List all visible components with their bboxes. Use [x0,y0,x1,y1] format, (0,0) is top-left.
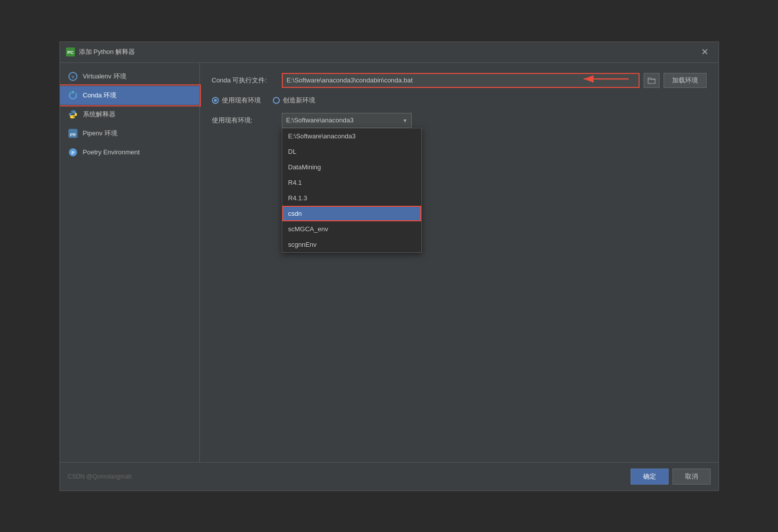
conda-exec-input-group: 加载环境 [282,73,707,88]
sidebar-item-system[interactable]: 系统解释器 [60,105,199,124]
dialog-body: V Virtualenv 环境 Conda 环境 [60,63,719,462]
dropdown-option-r41[interactable]: R4.1 [282,175,421,190]
dropdown-option-scgnn[interactable]: scgnnEnv [282,237,421,252]
radio-create-new-circle [273,97,280,104]
dropdown-option-anaconda3[interactable]: E:\Software\anaconda3 [282,128,421,144]
sidebar-item-conda-label: Conda 环境 [83,91,117,100]
load-env-button[interactable]: 加载环境 [664,73,707,88]
use-existing-row: 使用现有环境: E:\Software\anaconda3 ▼ E:\Softw… [212,113,707,128]
pipenv-icon: pip [68,128,78,138]
radio-create-new[interactable]: 创造新环境 [273,96,315,105]
red-arrow-annotation [574,72,634,86]
svg-text:P: P [71,150,74,155]
sidebar-item-pipenv[interactable]: pip Pipenv 环境 [60,124,199,143]
virtualenv-icon: V [68,71,78,81]
svg-text:pip: pip [70,132,76,136]
sidebar-item-poetry[interactable]: P Poetry Environment [60,143,199,162]
dropdown-option-scmgca[interactable]: scMGCA_env [282,221,421,237]
titlebar: PC 添加 Python 解释器 ✕ [60,42,719,63]
sidebar-item-conda[interactable]: Conda 环境 [60,86,199,105]
sidebar-item-pipenv-label: Pipenv 环境 [83,129,117,138]
app-icon: PC [66,47,75,56]
sidebar-item-poetry-label: Poetry Environment [83,148,140,156]
radio-use-existing[interactable]: 使用现有环境 [212,96,261,105]
use-existing-label: 使用现有环境: [212,116,277,125]
titlebar-left: PC 添加 Python 解释器 [66,47,135,56]
dropdown-popup: E:\Software\anaconda3 DL DataMining R4.1 [282,128,422,253]
environment-dropdown-container: E:\Software\anaconda3 ▼ E:\Software\anac… [282,113,412,128]
dropdown-option-csdn[interactable]: csdn [282,206,421,221]
watermark: CSDN @Qomolangmah [68,473,132,480]
radio-row: 使用现有环境 创造新环境 [212,96,707,105]
conda-exec-label: Conda 可执行文件: [212,76,277,85]
dropdown-option-datamining[interactable]: DataMining [282,159,421,175]
environment-dropdown[interactable]: E:\Software\anaconda3 [282,113,412,128]
radio-use-existing-label: 使用现有环境 [222,96,261,105]
sidebar-item-virtualenv-label: Virtualenv 环境 [83,72,126,81]
main-content: Conda 可执行文件: 加载环境 [200,63,719,462]
poetry-icon: P [68,147,78,157]
radio-create-new-label: 创造新环境 [283,96,315,105]
footer-buttons: 确定 取消 [631,469,711,485]
radio-use-existing-circle [212,97,219,104]
dropdown-option-dl[interactable]: DL [282,144,421,159]
sidebar-item-virtualenv[interactable]: V Virtualenv 环境 [60,67,199,86]
sidebar: V Virtualenv 环境 Conda 环境 [60,63,200,462]
confirm-button[interactable]: 确定 [631,469,669,485]
folder-browse-button[interactable] [644,73,660,88]
close-button[interactable]: ✕ [697,45,713,58]
svg-point-5 [71,91,74,93]
add-interpreter-dialog: PC 添加 Python 解释器 ✕ V Virtualenv 环境 [59,41,719,491]
dialog-title: 添加 Python 解释器 [79,47,135,56]
cancel-button[interactable]: 取消 [673,469,711,485]
sidebar-item-system-label: 系统解释器 [83,110,115,119]
dropdown-option-r413[interactable]: R4.1.3 [282,190,421,206]
conda-icon [68,90,78,100]
svg-text:V: V [71,74,74,79]
python-icon [68,109,78,119]
conda-exec-row: Conda 可执行文件: 加载环境 [212,73,707,88]
dialog-footer: CSDN @Qomolangmah 确定 取消 [60,462,719,491]
svg-text:PC: PC [67,50,73,55]
